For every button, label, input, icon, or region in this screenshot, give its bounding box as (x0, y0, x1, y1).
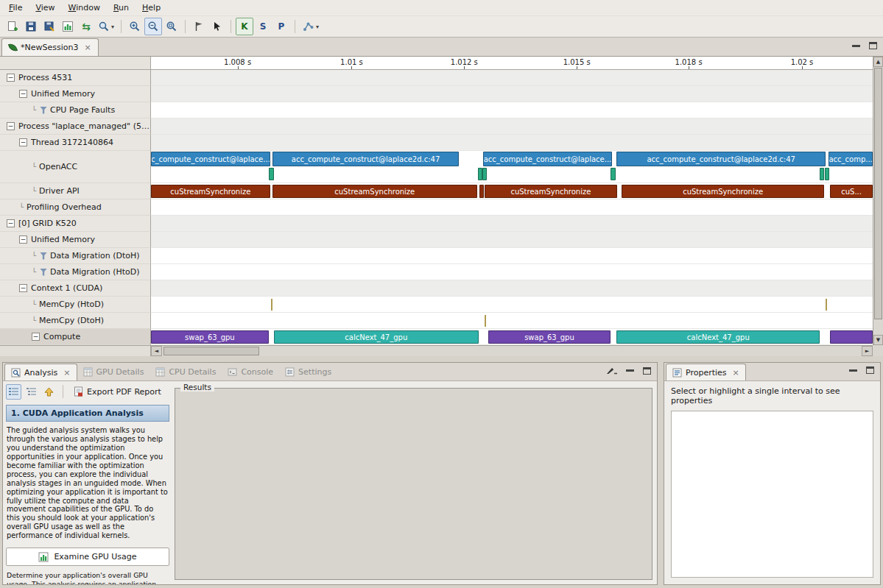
tree-item-context-1-cuda[interactable]: −Context 1 (CUDA) (0, 280, 151, 297)
tree-item-memcpy-dtoh[interactable]: └MemCpy (DtoH) (0, 313, 151, 329)
flag-marker-button[interactable] (190, 18, 208, 35)
timeline-interval[interactable]: cuStreamSynchronize (151, 185, 270, 198)
gpu-usage-button[interactable] (59, 18, 77, 35)
tree-item-compute[interactable]: −Compute (0, 329, 151, 345)
zoom-out-button[interactable] (144, 18, 162, 35)
stream-view-toggle-button[interactable]: S (254, 18, 272, 35)
tree-item-data-migration-dtoh[interactable]: └Data Migration (DtoH) (0, 248, 151, 264)
timeline-interval[interactable]: cuStreamSynchronize (485, 185, 617, 198)
scroll-right-button[interactable]: ► (862, 346, 873, 356)
scroll-left-button[interactable]: ◄ (151, 346, 162, 356)
filter-icon[interactable] (40, 269, 47, 276)
tree-item-cpu-page-faults[interactable]: └CPU Page Faults (0, 102, 151, 118)
maximize-icon[interactable] (869, 42, 877, 49)
close-icon[interactable]: × (84, 43, 91, 52)
tree-item-thread-3172140864[interactable]: −Thread 3172140864 (0, 135, 151, 151)
timeline-interval[interactable] (482, 168, 487, 180)
maximize-icon[interactable] (643, 367, 651, 375)
scrollbar-thumb[interactable] (163, 347, 259, 355)
scroll-up-button[interactable]: ▲ (873, 57, 883, 67)
filter-icon[interactable] (40, 252, 47, 260)
tree-item-process-laplace[interactable]: −Process "laplace_managed" (538) (0, 118, 151, 135)
timeline-mark[interactable] (271, 299, 272, 311)
panel-sash[interactable] (0, 356, 883, 362)
timeline-interval[interactable] (825, 168, 829, 180)
collapse-toggle-icon[interactable]: − (7, 74, 15, 82)
tree-item-grid-k520[interactable]: −[0] GRID K520 (0, 216, 151, 232)
tab-settings[interactable]: Settings (279, 364, 337, 380)
process-view-toggle-button[interactable]: P (272, 18, 290, 35)
scroll-down-button[interactable]: ▼ (873, 335, 883, 345)
timeline-interval[interactable] (611, 168, 616, 180)
tree-item-process-4531[interactable]: −Process 4531 (0, 70, 151, 86)
vertical-scrollbar[interactable]: ▲ ▼ (873, 57, 883, 345)
compare-sessions-button[interactable]: ⇆ (77, 18, 95, 35)
export-pdf-report-button[interactable]: Export PDF Report (69, 383, 166, 400)
menu-run[interactable]: Run (108, 1, 135, 14)
tab-gpu-details[interactable]: GPU Details (77, 364, 150, 380)
scrollbar-track[interactable] (162, 346, 862, 356)
zoom-fit-button[interactable] (163, 18, 180, 35)
close-icon[interactable]: × (733, 368, 739, 378)
minimize-icon[interactable] (852, 45, 860, 47)
scrollbar-thumb[interactable] (874, 68, 882, 319)
tab-console[interactable]: Console (222, 364, 279, 380)
tab-analysis[interactable]: Analysis × (4, 364, 77, 380)
tree-item-profiling-overhead[interactable]: └Profiling Overhead (0, 199, 151, 216)
minimize-icon[interactable] (849, 369, 857, 372)
timeline-interval[interactable]: cuS... (830, 185, 873, 198)
save-as-button[interactable] (41, 18, 58, 35)
timeline-interval[interactable]: calcNext_47_gpu (616, 330, 820, 344)
timeline-interval[interactable]: cuStreamSynchronize (622, 185, 824, 198)
timeline-interval[interactable] (478, 168, 482, 180)
zoom-in-button[interactable] (126, 18, 144, 35)
menu-window[interactable]: Window (63, 1, 106, 14)
collapse-toggle-icon[interactable]: − (19, 235, 27, 244)
back-up-stage-button[interactable] (41, 384, 57, 400)
tree-item-data-migration-htod[interactable]: └Data Migration (HtoD) (0, 264, 151, 280)
timeline-interval[interactable] (479, 185, 484, 198)
session-tab[interactable]: *NewSession3 × (1, 38, 99, 56)
selection-pointer-button[interactable] (208, 18, 226, 35)
timeline-interval[interactable] (269, 168, 274, 180)
timeline-interval[interactable] (820, 168, 824, 180)
timeline-interval[interactable]: cuStreamSynchronize (272, 185, 477, 198)
timeline-interval[interactable]: swap_63_gpu (151, 330, 269, 344)
examine-gpu-usage-button[interactable]: Examine GPU Usage (6, 548, 169, 566)
tree-item-unified-memory-cpu[interactable]: −Unified Memory (0, 86, 151, 102)
menu-help[interactable]: Help (136, 1, 166, 14)
guided-analysis-mode-button[interactable] (6, 384, 21, 400)
panel-menu-icon[interactable] (606, 366, 617, 375)
collapse-toggle-icon[interactable]: − (19, 138, 27, 146)
scrollbar-track[interactable] (873, 67, 883, 335)
collapse-toggle-icon[interactable]: − (7, 219, 15, 227)
horizontal-scrollbar[interactable]: ◄ ► (151, 345, 873, 356)
tab-properties[interactable]: Properties × (666, 364, 746, 380)
tree-item-openacc[interactable]: └OpenACC (0, 151, 151, 183)
tree-item-unified-memory-gpu[interactable]: −Unified Memory (0, 232, 151, 248)
collapse-toggle-icon[interactable]: − (32, 333, 40, 341)
timeline-interval[interactable]: calcNext_47_gpu (274, 330, 479, 344)
timeline-ruler[interactable]: 1.008 s1.01 s1.012 s1.015 s1.018 s1.02 s (151, 57, 873, 70)
kernel-view-toggle-button[interactable]: K (236, 18, 253, 35)
maximize-icon[interactable] (866, 366, 874, 374)
new-session-button[interactable] (4, 18, 21, 35)
collapse-toggle-icon[interactable]: − (19, 284, 27, 292)
timeline-interval[interactable]: c_compute_construct@laplace... (151, 152, 270, 166)
timeline-mark[interactable] (826, 299, 827, 311)
collapse-toggle-icon[interactable]: − (7, 122, 15, 130)
save-button[interactable] (22, 18, 40, 35)
unguided-analysis-mode-button[interactable] (24, 384, 39, 400)
run-analysis-button[interactable]: ▾ (300, 18, 321, 35)
timeline-interval[interactable]: swap_63_gpu (488, 330, 611, 344)
menu-view[interactable]: View (29, 1, 60, 14)
timeline-interval[interactable] (830, 330, 873, 344)
timeline-interval[interactable]: acc_compute_construct@laplace... (483, 152, 612, 166)
collapse-toggle-icon[interactable]: − (19, 90, 27, 98)
tree-item-memcpy-htod[interactable]: └MemCpy (HtoD) (0, 297, 151, 313)
timeline-mark[interactable] (485, 315, 486, 327)
search-settings-button[interactable]: ▾ (96, 18, 116, 35)
tab-cpu-details[interactable]: CPU Details (149, 364, 222, 380)
menu-file[interactable]: File (3, 1, 28, 14)
timeline-interval[interactable]: acc_comp... (829, 152, 873, 166)
